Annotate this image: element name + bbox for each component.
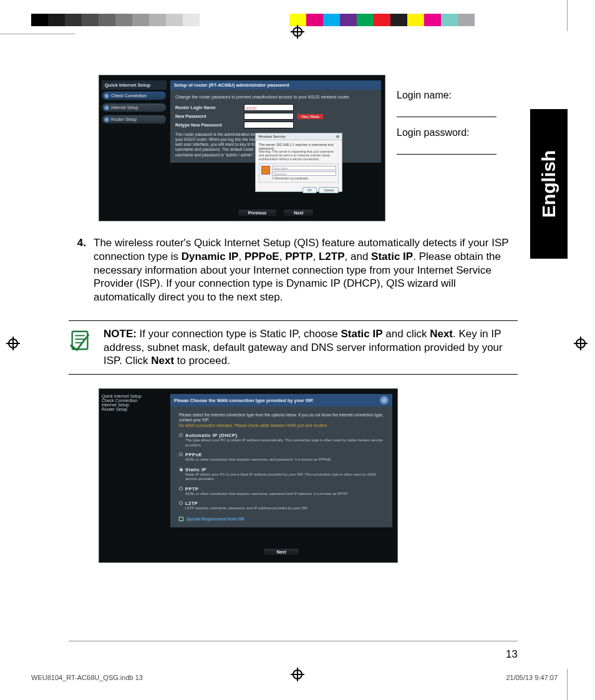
language-tab: English — [530, 109, 568, 259]
screenshot-wan-connection: Quick Internet Setup Check Connection In… — [99, 388, 398, 563]
swatch — [306, 14, 323, 26]
registration-mark-icon — [291, 668, 304, 681]
swatch — [357, 14, 374, 26]
swatch — [166, 14, 183, 26]
slug-timestamp: 21/05/13 9:47:07 — [506, 674, 558, 681]
login-password-blank — [397, 141, 496, 155]
swatch — [132, 14, 149, 26]
input-login-name: admin — [244, 104, 294, 111]
panel-paragraph: The router password is the administratio… — [175, 132, 263, 158]
step-4: 4. The wireless router's Quick Internet … — [69, 236, 518, 304]
panel-warning: No WAN connection detected. Please check… — [179, 423, 328, 428]
option-pppoe: PPPoE ADSL or other connection that requ… — [179, 452, 384, 463]
swatch — [99, 14, 115, 26]
option-dhcp: Automatic IP (DHCP) The type allows your… — [179, 433, 384, 448]
note-text: NOTE: If your connection type is Static … — [104, 327, 518, 368]
color-swatches — [273, 14, 475, 26]
swatch — [340, 14, 357, 26]
sidebar-internet-setup: Internet Setup — [102, 403, 167, 407]
swatch — [407, 14, 424, 26]
panel-title: Please Choose the WAN connection type pr… — [174, 398, 314, 403]
next-button: Next — [263, 548, 299, 556]
option-pptp: PPTP ADSL or other connection that requi… — [179, 486, 384, 497]
qis-sidebar-title: Quick Internet Setup — [102, 80, 167, 90]
panel-title: Setup of router (RT-AC68U) administrator… — [170, 80, 381, 90]
option-l2tp: L2TP L2TP requires username, password, a… — [179, 501, 384, 511]
sidebar-check-connection: Check Connection — [102, 91, 167, 100]
windows-security-popup: Windows Security⊠ The server 192.168.1.1… — [255, 133, 342, 192]
popup-warning: Warning: This server is requesting that … — [259, 150, 339, 161]
language-label: English — [538, 150, 559, 218]
sidebar-router-setup: Router Setup — [102, 115, 167, 124]
input-retype-password — [244, 122, 294, 128]
swatch — [200, 14, 216, 26]
swatch — [31, 14, 48, 26]
option-static-ip: Static IP Static IP allows your PC to us… — [179, 467, 384, 482]
note-block: NOTE: If your connection type is Static … — [69, 320, 518, 375]
swatch — [273, 14, 289, 26]
swatch — [115, 14, 132, 26]
login-name-label: Login name: — [397, 90, 518, 101]
sidebar-check-connection: Check Connection — [102, 398, 167, 403]
print-color-row — [0, 12, 595, 27]
step-text: The wireless router's Quick Internet Set… — [94, 236, 518, 304]
next-button: Next — [283, 209, 314, 217]
swatch — [458, 14, 475, 26]
label-login-name: Router Login Name — [175, 105, 244, 110]
input-new-password — [244, 113, 294, 120]
login-notes: Login name: Login password: — [397, 75, 518, 221]
radio-icon — [179, 433, 183, 437]
swatch — [82, 14, 99, 26]
radio-icon — [179, 467, 183, 471]
step-number: 4. — [69, 236, 86, 304]
swatch — [390, 14, 407, 26]
swatch — [289, 14, 306, 26]
radio-icon — [179, 453, 183, 456]
login-password-label: Login password: — [397, 127, 518, 138]
close-icon: ⊠ — [336, 135, 339, 138]
qis-sidebar-title: Quick Internet Setup — [102, 394, 167, 398]
popup-ok-button: OK — [302, 187, 317, 193]
password-strength: Very Weak — [298, 114, 323, 119]
swatch — [424, 14, 441, 26]
trim-mark — [567, 0, 568, 31]
popup-remember: ☐ Remember my credentials — [272, 177, 336, 180]
checkbox-icon — [179, 517, 183, 521]
lock-icon — [261, 166, 270, 175]
registration-mark-icon — [574, 337, 588, 350]
panel-intro: Change the router password to prevent un… — [175, 95, 376, 99]
popup-password-field: Password — [272, 171, 336, 176]
radio-icon — [179, 487, 183, 491]
footer-rule — [69, 641, 518, 641]
popup-title: Windows Security — [258, 135, 286, 138]
page-number: 13 — [506, 648, 518, 661]
swatch — [183, 14, 200, 26]
popup-cancel-button: Cancel — [319, 187, 339, 193]
sidebar-router-setup: Router Setup — [102, 407, 167, 411]
swatch — [48, 14, 65, 26]
screenshot-admin-password: Quick Internet Setup Check Connection In… — [99, 75, 385, 221]
label-retype-password: Retype New Password — [175, 123, 244, 127]
gray-swatches — [31, 14, 216, 26]
registration-mark-icon — [291, 25, 304, 39]
label-new-password: New Password — [175, 114, 244, 118]
sidebar-internet-setup: Internet Setup — [102, 103, 167, 112]
trim-mark — [567, 669, 568, 700]
login-name-blank — [397, 103, 496, 117]
swatch — [323, 14, 340, 26]
swatch — [374, 14, 390, 26]
special-requirement: Special Requirement from ISP — [179, 517, 384, 521]
note-icon — [69, 328, 92, 352]
home-icon — [380, 396, 389, 405]
swatch — [65, 14, 82, 26]
slug-filename: WEU8104_RT-AC68U_QSG.indb 13 — [31, 674, 143, 681]
previous-button: Previous — [238, 209, 278, 217]
trim-mark — [0, 34, 75, 34]
page-content: Quick Internet Setup Check Connection In… — [69, 75, 518, 563]
radio-icon — [179, 501, 183, 505]
swatch — [441, 14, 458, 26]
panel-intro: Please select the Internet connection ty… — [179, 413, 384, 422]
swatch — [149, 14, 166, 26]
popup-username-field: User name — [272, 166, 336, 170]
registration-mark-icon — [6, 337, 20, 350]
